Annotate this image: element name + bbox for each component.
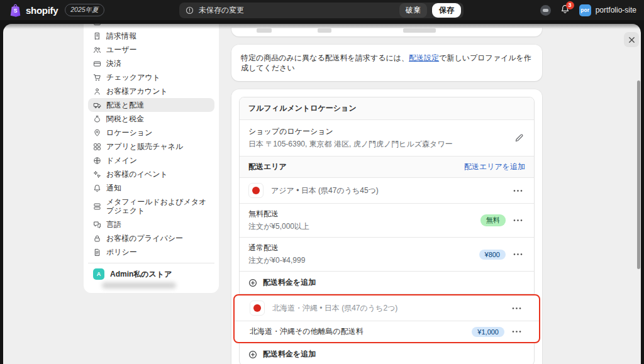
add-rate-label: 配送料金を追加	[263, 277, 316, 288]
sidebar-item-shipping[interactable]: 配送と配達	[88, 98, 214, 112]
shipping-zone-row-hokkaido-okinawa[interactable]: 北海道・沖縄 • 日本 (県47のうち2つ)	[235, 295, 539, 321]
shipping-zones-title: 配送エリア	[248, 162, 464, 172]
rate-row-free-shipping[interactable]: 無料配送 注文が¥5,000以上 無料	[240, 204, 534, 238]
sidebar-item-customer-accounts[interactable]: お客様アカウント	[88, 84, 214, 98]
zone-menu-button[interactable]	[511, 187, 525, 194]
ellipsis-icon	[513, 219, 523, 222]
account-section[interactable]: A Admin私のストア	[88, 263, 214, 293]
language-bubble-icon	[93, 221, 101, 229]
settings-content: 特定の商品のみに異なる配送料を請求するには、配送設定で新しいプロファイルを作成し…	[231, 28, 542, 364]
account-avatar: A	[93, 268, 104, 280]
sidebar-item-policies[interactable]: ポリシー	[88, 245, 214, 259]
ellipsis-icon	[512, 307, 521, 310]
sidebar-item-apps[interactable]: アプリと販売チャネル	[88, 140, 214, 153]
rate-row-standard-shipping[interactable]: 通常配送 注文が¥0-¥4,999 ¥800	[240, 238, 534, 272]
close-modal-button[interactable]	[624, 32, 639, 47]
ellipsis-icon	[513, 189, 523, 192]
banner-text-before: 特定の商品のみに異なる配送料を請求するには、	[241, 53, 409, 62]
sidebar-item-metafields[interactable]: メタフィールドおよびメタオブジェクト	[88, 195, 214, 218]
plus-circle-icon	[248, 279, 257, 287]
shipping-settings-link[interactable]: 配送設定	[409, 53, 439, 62]
rate-condition: 注文が¥0-¥4,999	[248, 255, 479, 266]
ellipsis-icon	[512, 330, 521, 333]
rate-row-remote-islands[interactable]: 北海道・沖縄その他離島の配送料 ¥1,000	[235, 321, 539, 342]
rate-menu-button[interactable]	[511, 251, 525, 258]
apps-grid-icon	[93, 143, 101, 151]
svg-text:S: S	[14, 8, 18, 14]
sidebar-item-notifications[interactable]: 通知	[88, 181, 214, 195]
sidebar-item-languages[interactable]: 言語	[88, 218, 214, 231]
sidebar-item-users[interactable]: ユーザー	[88, 43, 214, 57]
alert-circle-icon	[186, 6, 194, 14]
user-menu[interactable]: por portfolio-site	[579, 4, 636, 16]
user-avatar: por	[579, 4, 591, 16]
rate-price-badge: ¥1,000	[472, 327, 504, 337]
sparkle-cursor-icon	[93, 170, 101, 179]
sidebar-item-locations[interactable]: ロケーション	[88, 126, 214, 140]
policy-document-icon	[93, 248, 101, 256]
shop-location-address: 日本 〒105-6390, 東京都 港区, 虎ノ門虎ノ門ヒルズ森タワー	[248, 139, 513, 150]
vertical-scrollbar[interactable]	[637, 80, 640, 269]
lock-icon	[93, 234, 101, 243]
notification-count-badge: 3	[566, 1, 574, 9]
logo-wordmark: shopify	[26, 5, 58, 16]
rate-menu-button[interactable]	[509, 328, 524, 335]
settings-sidebar: 請求情報 ユーザー 決済 チェックアウト お客様アカウント 配送と配達 関税と税…	[84, 24, 219, 293]
shop-location-title: ショップのロケーション	[248, 126, 513, 137]
sidebar-item-payments[interactable]: 決済	[88, 57, 214, 70]
top-bar: S shopify 2025年夏 未保存の変更 破棄 保存 3 por port…	[0, 0, 644, 20]
plan-icon	[93, 24, 101, 26]
profiles-banner: 特定の商品のみに異なる配送料を請求するには、配送設定で新しいプロファイルを作成し…	[231, 45, 542, 81]
add-rate-label: 配送料金を追加	[263, 349, 316, 360]
save-button[interactable]: 保存	[432, 3, 461, 18]
plus-circle-icon	[248, 350, 257, 359]
zone-name: 北海道・沖縄 • 日本 (県47のうち2つ)	[272, 303, 502, 314]
version-badge: 2025年夏	[65, 4, 104, 16]
account-name: Admin私のストア	[110, 269, 172, 280]
rate-title: 北海道・沖縄その他離島の配送料	[250, 326, 472, 337]
japan-flag-icon	[250, 301, 265, 316]
ellipsis-icon	[513, 253, 523, 256]
rate-title: 通常配送	[248, 243, 479, 253]
person-icon	[93, 87, 101, 96]
shopify-bag-icon: S	[9, 4, 21, 17]
notifications-button[interactable]: 3	[560, 4, 570, 16]
zone-menu-button[interactable]	[509, 305, 524, 312]
money-bag-icon	[93, 115, 101, 123]
credit-card-icon	[93, 60, 101, 68]
globe-icon	[93, 157, 101, 165]
add-rate-button-zone2[interactable]: 配送料金を追加	[240, 343, 534, 364]
store-name: portfolio-site	[596, 6, 636, 14]
zone-name: アジア • 日本 (県47のうち45つ)	[271, 185, 503, 196]
sidebar-item-checkout[interactable]: チェックアウト	[88, 70, 214, 84]
add-shipping-zone-link[interactable]: 配送エリアを追加	[464, 162, 525, 172]
sidebar-item-taxes[interactable]: 関税と税金	[88, 112, 214, 126]
sidebar-item-customer-privacy[interactable]: お客様のプライバシー	[88, 231, 214, 245]
sidebar-item-billing[interactable]: 請求情報	[88, 29, 214, 43]
receipt-icon	[93, 32, 101, 40]
clipped-card	[231, 28, 542, 36]
discard-button[interactable]: 破棄	[399, 3, 427, 18]
highlighted-zone-annotation: 北海道・沖縄 • 日本 (県47のうち2つ) 北海道・沖縄その他離島の配送料 ¥…	[233, 294, 540, 343]
sidebar-item-clipped[interactable]	[88, 24, 214, 29]
unsaved-changes-label: 未保存の変更	[199, 5, 394, 16]
sidekick-assistant-icon[interactable]	[540, 5, 551, 16]
edit-location-button[interactable]	[513, 132, 525, 144]
rate-menu-button[interactable]	[511, 217, 525, 224]
truck-icon	[93, 101, 101, 109]
rate-price-badge: ¥800	[479, 250, 506, 260]
shipping-zones-header-row: 配送エリア 配送エリアを追加	[240, 157, 534, 178]
shop-location-row: ショップのロケーション 日本 〒105-6390, 東京都 港区, 虎ノ門虎ノ門…	[240, 120, 534, 157]
settings-modal: 請求情報 ユーザー 決済 チェックアウト お客様アカウント 配送と配達 関税と税…	[3, 24, 641, 364]
metaobjects-icon	[93, 202, 101, 211]
close-icon	[628, 36, 636, 44]
shopify-logo[interactable]: S shopify 2025年夏	[0, 4, 104, 17]
sidebar-item-customer-events[interactable]: お客様のイベント	[88, 167, 214, 181]
users-icon	[93, 46, 101, 54]
rate-condition: 注文が¥5,000以上	[248, 221, 480, 232]
japan-flag-icon	[248, 183, 264, 198]
sidebar-item-domains[interactable]: ドメイン	[88, 153, 214, 167]
add-rate-button-zone1[interactable]: 配送料金を追加	[240, 272, 534, 294]
shipping-zone-row-asia[interactable]: アジア • 日本 (県47のうち45つ)	[240, 178, 534, 204]
rate-price-badge: 無料	[480, 214, 506, 226]
